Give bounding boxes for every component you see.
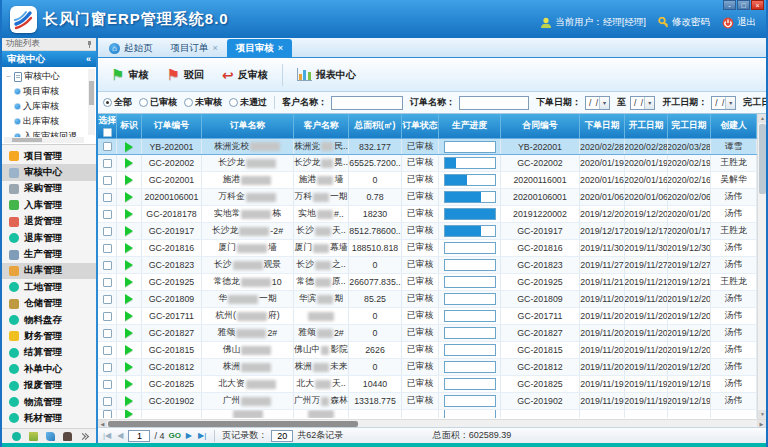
sidebar-item-10[interactable]: 物料盘存 (2, 312, 96, 328)
row-checkbox[interactable] (103, 346, 112, 355)
column-header-12[interactable]: 创建人 (711, 114, 757, 138)
column-header-5[interactable]: 总面积(㎡) (349, 114, 402, 138)
row-checkbox[interactable] (103, 261, 112, 270)
page-size-input[interactable] (271, 430, 293, 442)
row-checkbox[interactable] (103, 176, 112, 185)
sidebar-item-12[interactable]: 结算管理 (2, 345, 96, 361)
dropdown-arrow-icon[interactable]: ▾ (599, 97, 609, 109)
radio-dot-icon[interactable] (103, 98, 112, 107)
sidebar-item-1[interactable]: 审核中心 (2, 164, 96, 180)
page-number-input[interactable] (128, 430, 150, 442)
toolbar-button-1[interactable]: ⚑驳回 (159, 65, 210, 85)
table-row[interactable] (98, 410, 757, 418)
sidebar-item-16[interactable]: 耗材管理 (2, 410, 96, 426)
table-row[interactable]: GC-201823长沙观景长沙之..0已审核GC-2018232019/11/2… (98, 257, 757, 274)
row-checkbox[interactable] (103, 159, 112, 168)
sidebar-item-2[interactable]: 采购管理 (2, 181, 96, 197)
table-row[interactable]: GC-201812株洲株洲未来0已审核GC-2018122019/11/2020… (98, 359, 757, 376)
row-checkbox[interactable] (103, 295, 112, 304)
tree-vertical-scrollbar[interactable] (88, 69, 95, 135)
column-header-4[interactable]: 客户名称 (294, 114, 349, 138)
minimize-button[interactable]: - (723, 0, 736, 10)
row-checkbox[interactable] (103, 312, 112, 321)
table-row[interactable]: GC-201809华一期华滨期85.25已审核GC-2018092019/11/… (98, 291, 757, 308)
column-header-6[interactable]: 订单状态 (402, 114, 439, 138)
next-page-button[interactable]: ▶ (185, 431, 193, 440)
radio-dot-icon[interactable] (229, 98, 238, 107)
table-row[interactable]: YB-202001株洲党校株洲党民..832.177已审核YB-20200120… (98, 138, 757, 155)
last-page-button[interactable]: ▶| (197, 431, 207, 440)
order-date-from-picker[interactable]: / /▾ (585, 96, 610, 110)
sidebar-item-7[interactable]: 出库管理 (2, 263, 96, 279)
radio-dot-icon[interactable] (139, 98, 148, 107)
table-row[interactable]: GC-201825北大资北大天..10440已审核GC-2018252019/1… (98, 376, 757, 393)
table-row[interactable]: GC-201711杭州(府)0已审核GC-2017112019/11/20201… (98, 308, 757, 325)
row-checkbox[interactable] (103, 410, 112, 418)
toolbar-button-2[interactable]: ↩反审核 (215, 65, 275, 85)
sidebar-item-8[interactable]: 工地管理 (2, 279, 96, 295)
tree-item-2[interactable]: 出库审核 (5, 114, 88, 129)
row-checkbox[interactable] (103, 278, 112, 287)
row-checkbox[interactable] (103, 227, 112, 236)
order-date-to-picker[interactable]: / /▾ (630, 96, 655, 110)
pin-icon[interactable] (87, 41, 92, 48)
maximize-button[interactable]: □ (737, 0, 750, 10)
column-header-11[interactable]: 完工日期 (668, 114, 711, 138)
sidebar-item-4[interactable]: 退货管理 (2, 214, 96, 230)
sidebar-item-13[interactable]: 补单中心 (2, 361, 96, 377)
tab-close-icon[interactable]: × (278, 43, 283, 53)
prev-page-button[interactable]: ◀ (116, 431, 124, 440)
tab-2[interactable]: 项目审核× (227, 39, 292, 57)
tree-horizontal-scrollbar[interactable] (4, 137, 84, 143)
column-header-3[interactable]: 订单名称 (202, 114, 294, 138)
tree-hscroll-thumb[interactable] (12, 138, 42, 142)
column-header-0[interactable]: 选择 (98, 114, 117, 138)
tree-item-1[interactable]: 入库审核 (5, 99, 88, 114)
radio-dot-icon[interactable] (184, 98, 193, 107)
sidebar-item-5[interactable]: 退库管理 (2, 230, 96, 246)
footer-cart-icon[interactable] (29, 432, 38, 441)
select-all-checkbox[interactable] (103, 128, 112, 137)
row-checkbox[interactable] (103, 193, 112, 202)
row-checkbox[interactable] (103, 397, 112, 406)
tab-1[interactable]: 项目订单× (162, 39, 227, 57)
sidebar-item-15[interactable]: 物流管理 (2, 394, 96, 410)
order-name-input[interactable] (459, 96, 529, 110)
row-checkbox[interactable] (103, 142, 112, 151)
sidebar-item-9[interactable]: 仓储管理 (2, 296, 96, 312)
sidebar-item-0[interactable]: 项目管理 (2, 148, 96, 164)
collapse-icon[interactable]: « (86, 54, 91, 64)
status-radio-0[interactable]: 全部 (103, 96, 132, 109)
go-button[interactable]: GO (168, 431, 180, 440)
status-radio-2[interactable]: 未审核 (184, 96, 222, 109)
table-row[interactable]: GC-202002长沙龙长沙龙晃..65525.7200..已审核GC-2020… (98, 155, 757, 172)
grid-horizontal-scrollbar[interactable]: ◀ ▶ (98, 419, 766, 427)
footer-circle-icon[interactable] (12, 432, 21, 441)
tree-root-audit-center[interactable]: −审核中心 (5, 69, 88, 84)
table-row[interactable]: GC-201816厦门墙厦门幕墙188510.818已审核GC-20181620… (98, 240, 757, 257)
close-button[interactable]: × (751, 0, 764, 10)
customer-name-input[interactable] (331, 96, 403, 110)
sidebar-item-11[interactable]: 财务管理 (2, 328, 96, 344)
column-header-9[interactable]: 下单日期 (580, 114, 625, 138)
dropdown-arrow-icon[interactable]: ▾ (644, 97, 654, 109)
footer-pen-icon[interactable] (46, 432, 55, 441)
first-page-button[interactable]: |◀ (102, 431, 112, 440)
tree-vscroll-thumb[interactable] (89, 81, 94, 105)
toolbar-button-0[interactable]: ⚑审核 (104, 65, 155, 85)
sidebar-item-14[interactable]: 报废管理 (2, 377, 96, 393)
toolbar-button-3[interactable]: 报表中心 (290, 65, 363, 85)
table-row[interactable]: GC-201902广州广州万森林13318.775已审核GC-201902201… (98, 393, 757, 410)
grid-vertical-scrollbar[interactable]: ▲ ▼ (757, 114, 766, 419)
row-checkbox[interactable] (103, 244, 112, 253)
logout-button[interactable]: 退出 (722, 16, 756, 29)
table-row[interactable]: 20200106001万科金万科一期0.78已审核202001060012020… (98, 189, 757, 206)
row-checkbox[interactable] (103, 210, 112, 219)
tree-item-0[interactable]: 项目审核 (5, 84, 88, 99)
table-row[interactable]: GC-201815佛山佛山中影院2626已审核GC-2018152019/11/… (98, 342, 757, 359)
dropdown-arrow-icon[interactable]: ▾ (725, 97, 735, 109)
row-checkbox[interactable] (103, 380, 112, 389)
tab-close-icon[interactable]: × (213, 43, 218, 53)
footer-overflow-chevron-icon[interactable] (80, 432, 87, 441)
tree-expander-icon[interactable]: − (5, 72, 12, 81)
